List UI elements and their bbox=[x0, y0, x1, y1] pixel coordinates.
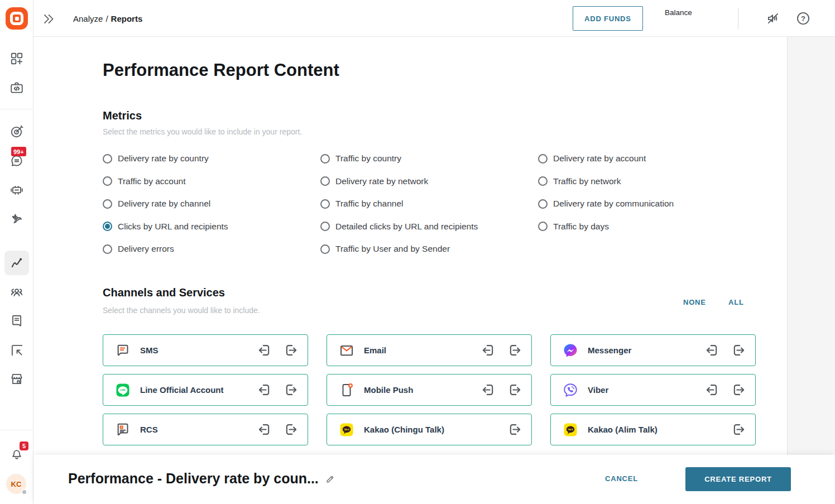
radio-icon bbox=[103, 222, 112, 231]
radio-icon bbox=[320, 176, 330, 186]
metric-option[interactable]: Delivery errors bbox=[103, 238, 320, 261]
outbound-traffic-icon[interactable] bbox=[507, 422, 522, 437]
metric-option[interactable]: Clicks by URL and recipients bbox=[103, 215, 320, 238]
outbound-traffic-icon[interactable] bbox=[284, 382, 299, 397]
help-icon[interactable]: ? bbox=[796, 11, 810, 26]
breadcrumb: Analyze / Reports bbox=[73, 0, 142, 37]
viber-icon bbox=[562, 382, 579, 399]
radio-icon bbox=[538, 154, 548, 164]
metric-option[interactable]: Traffic by network bbox=[538, 170, 722, 193]
footer-action-bar: Performance - Delivery rate by coun... C… bbox=[33, 455, 835, 504]
radio-icon bbox=[320, 154, 330, 164]
metric-option[interactable]: Delivery rate by network bbox=[320, 170, 538, 193]
metric-option[interactable]: Delivery rate by communication bbox=[538, 193, 722, 215]
metrics-column: Delivery rate by country Traffic by acco… bbox=[103, 147, 320, 261]
outbound-traffic-icon[interactable] bbox=[507, 343, 522, 358]
messenger-icon bbox=[562, 342, 579, 359]
inbound-traffic-icon[interactable] bbox=[481, 343, 496, 358]
metric-option[interactable]: Traffic by country bbox=[320, 147, 538, 170]
breadcrumb-divider: / bbox=[105, 14, 108, 23]
outbound-traffic-icon[interactable] bbox=[507, 382, 522, 397]
svg-text:?: ? bbox=[801, 15, 805, 23]
metric-option[interactable]: Traffic by account bbox=[103, 170, 320, 193]
channel-card[interactable]: TALK Kakao (Alim Talk) bbox=[550, 414, 756, 445]
mobile-push-icon bbox=[338, 382, 355, 399]
channels-grid: SMS Email Messenger LINE Line Official A… bbox=[103, 334, 756, 445]
svg-text:TALK: TALK bbox=[344, 428, 349, 430]
marketplace-icon[interactable] bbox=[9, 372, 24, 386]
avatar-status-dot bbox=[21, 489, 27, 495]
channel-card[interactable]: Email bbox=[327, 334, 532, 366]
mute-sound-icon[interactable] bbox=[766, 11, 780, 26]
metric-option[interactable]: Traffic by days bbox=[538, 215, 722, 238]
metrics-subtitle: Select the metrics you would like to inc… bbox=[103, 127, 302, 136]
page-title: Performance Report Content bbox=[103, 60, 339, 80]
radio-icon bbox=[320, 244, 330, 254]
apps-grid-icon[interactable] bbox=[9, 51, 24, 66]
outbound-traffic-icon[interactable] bbox=[731, 382, 746, 397]
channel-card[interactable]: RCS bbox=[103, 414, 308, 445]
radio-icon bbox=[103, 176, 112, 186]
breadcrumb-section[interactable]: Analyze bbox=[73, 14, 103, 23]
radio-icon bbox=[103, 244, 112, 254]
create-report-button[interactable]: CREATE REPORT bbox=[685, 467, 791, 491]
chatbot-icon[interactable] bbox=[9, 183, 24, 197]
kakao-icon: TALK bbox=[338, 421, 355, 438]
balance-label[interactable]: Balance bbox=[665, 8, 692, 17]
metric-option[interactable]: Delivery rate by account bbox=[538, 147, 722, 170]
outbound-traffic-icon[interactable] bbox=[284, 343, 299, 358]
dev-tools-icon[interactable] bbox=[9, 80, 24, 95]
metrics-column: Traffic by country Delivery rate by netw… bbox=[320, 147, 538, 261]
add-funds-button[interactable]: ADD FUNDS bbox=[573, 6, 643, 31]
svg-text:LINE: LINE bbox=[120, 388, 126, 391]
header-divider bbox=[738, 8, 738, 29]
select-all-button[interactable]: ALL bbox=[728, 298, 744, 306]
channel-card[interactable]: SMS bbox=[103, 334, 308, 366]
breadcrumb-page: Reports bbox=[111, 14, 143, 23]
conversations-badge: 99+ bbox=[11, 147, 26, 156]
infobip-logo-icon[interactable] bbox=[6, 7, 28, 30]
outbound-traffic-icon[interactable] bbox=[731, 343, 746, 358]
people-icon[interactable] bbox=[9, 285, 24, 299]
flows-icon[interactable] bbox=[9, 343, 24, 357]
goals-icon[interactable] bbox=[9, 124, 24, 139]
edit-report-name-icon[interactable] bbox=[325, 474, 335, 484]
radio-icon bbox=[538, 199, 548, 209]
radio-icon bbox=[320, 222, 330, 231]
report-name: Performance - Delivery rate by coun... bbox=[68, 471, 335, 487]
outbound-traffic-icon[interactable] bbox=[284, 422, 299, 437]
channel-card[interactable]: Messenger bbox=[550, 334, 756, 366]
sms-icon bbox=[114, 342, 131, 359]
select-none-button[interactable]: NONE bbox=[683, 298, 706, 306]
radio-icon bbox=[538, 222, 548, 231]
cancel-button[interactable]: CANCEL bbox=[605, 474, 638, 483]
collapse-sidebar-icon[interactable] bbox=[41, 12, 56, 26]
metric-option[interactable]: Delivery rate by country bbox=[103, 147, 320, 170]
inbound-traffic-icon[interactable] bbox=[481, 382, 496, 397]
metric-option[interactable]: Detailed clicks by URL and recipients bbox=[320, 215, 538, 238]
kakao-icon: TALK bbox=[562, 421, 579, 438]
inbound-traffic-icon[interactable] bbox=[257, 382, 272, 397]
line-icon: LINE bbox=[114, 382, 131, 399]
email-icon bbox=[338, 342, 355, 359]
inbound-traffic-icon[interactable] bbox=[257, 343, 272, 358]
channel-card[interactable]: TALK Kakao (Chingu Talk) bbox=[327, 414, 532, 445]
scroll-gutter bbox=[787, 37, 835, 455]
inbound-traffic-icon[interactable] bbox=[704, 343, 719, 358]
channel-card[interactable]: Viber bbox=[550, 374, 756, 406]
radio-icon bbox=[538, 176, 548, 186]
outbound-traffic-icon[interactable] bbox=[731, 422, 746, 437]
exchange-icon[interactable] bbox=[9, 212, 24, 226]
analyze-icon[interactable] bbox=[9, 256, 24, 270]
metric-option[interactable]: Traffic by User and by Sender bbox=[320, 238, 538, 261]
metric-option[interactable]: Traffic by channel bbox=[320, 193, 538, 215]
metrics-column: Delivery rate by account Traffic by netw… bbox=[538, 147, 722, 261]
metric-option[interactable]: Delivery rate by channel bbox=[103, 193, 320, 215]
channels-heading: Channels and Services bbox=[103, 286, 225, 299]
inbound-traffic-icon[interactable] bbox=[704, 382, 719, 397]
channel-card[interactable]: LINE Line Official Account bbox=[103, 374, 308, 406]
channel-card[interactable]: Mobile Push bbox=[327, 374, 532, 406]
content-icon[interactable] bbox=[9, 314, 24, 328]
notifications-badge: 5 bbox=[20, 441, 28, 450]
inbound-traffic-icon[interactable] bbox=[257, 422, 272, 437]
